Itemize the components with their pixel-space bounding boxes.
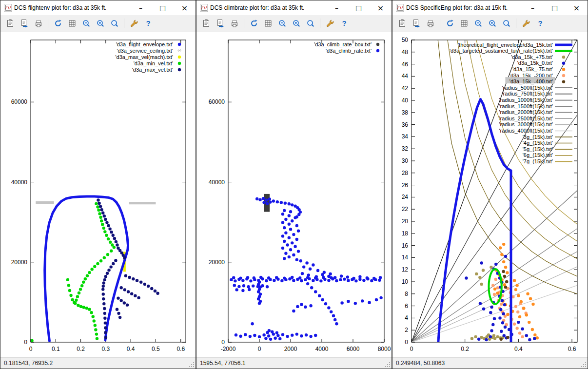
close-button[interactable]: ×	[566, 0, 588, 15]
zoom-next-button[interactable]	[486, 17, 499, 30]
zoom-region-button[interactable]	[108, 17, 121, 30]
refresh-button[interactable]	[247, 17, 260, 30]
climbrate-window: DCS climbrate plot for: d3a at 35k ft. –…	[196, 0, 392, 369]
zoom-previous-button[interactable]	[275, 17, 289, 30]
svg-text:50: 50	[402, 37, 409, 43]
copy-button[interactable]	[3, 17, 17, 30]
help-button[interactable]: ?	[533, 17, 547, 30]
zoom-region-button[interactable]	[304, 17, 317, 30]
svg-text:26: 26	[402, 182, 409, 189]
export-button[interactable]	[214, 17, 227, 30]
svg-text:'radius_750ft(15k).txt': 'radius_750ft(15k).txt'	[502, 91, 553, 97]
svg-text:0.1: 0.1	[52, 346, 60, 352]
svg-text:'radius_500ft(15k).txt': 'radius_500ft(15k).txt'	[502, 85, 553, 91]
svg-text:2: 2	[405, 327, 408, 333]
svg-text:'d3a_15k_+75.txt': 'd3a_15k_+75.txt'	[511, 54, 553, 60]
maximize-button[interactable]: □	[348, 0, 370, 15]
svg-text:'d3a_service_ceiling.txt': 'd3a_service_ceiling.txt'	[117, 48, 173, 54]
svg-text:'radius_1500ft(15k).txt': 'radius_1500ft(15k).txt'	[499, 103, 553, 109]
export-button[interactable]	[410, 17, 423, 30]
maximize-button[interactable]: □	[544, 0, 566, 15]
printer-icon	[34, 19, 43, 28]
svg-text:'d3a_15k_0.txt': 'd3a_15k_0.txt'	[517, 60, 553, 66]
zoom-next-button[interactable]	[290, 17, 303, 30]
maximize-button[interactable]: □	[152, 0, 174, 15]
svg-text:44: 44	[402, 73, 409, 79]
close-button[interactable]: ×	[174, 0, 196, 15]
cursor-coordinates: 0.181543, 76935.2	[4, 360, 53, 367]
copy-button[interactable]	[395, 17, 409, 30]
minimize-button[interactable]: –	[326, 0, 348, 15]
climbrate-plot-canvas[interactable]: -2000020004000600080000200004000060000'd…	[196, 32, 392, 357]
svg-text:6000: 6000	[347, 346, 360, 352]
flightenv-plot-canvas[interactable]: 00.10.20.30.40.50.60200004000060000'd3a_…	[0, 32, 196, 357]
zoom-previous-button[interactable]	[471, 17, 485, 30]
zoom-next-button[interactable]	[94, 17, 107, 30]
zoom-next-icon	[96, 19, 105, 28]
export-icon	[20, 19, 29, 28]
minimize-button[interactable]: –	[522, 0, 544, 15]
resize-grip[interactable]	[189, 362, 195, 368]
zoom-previous-button[interactable]	[79, 17, 93, 30]
copy-button[interactable]	[199, 17, 213, 30]
svg-text:60000: 60000	[11, 98, 28, 105]
refresh-icon	[446, 19, 454, 28]
svg-text:'4g_(15k).txt': '4g_(15k).txt'	[523, 140, 553, 146]
svg-text:'d3a_max_vel.txt': 'd3a_max_vel.txt'	[132, 67, 173, 73]
svg-text:32: 32	[402, 145, 409, 152]
help-button[interactable]: ?	[141, 17, 155, 30]
print-button[interactable]	[424, 17, 437, 30]
resize-grip[interactable]	[385, 362, 391, 368]
resize-grip[interactable]	[581, 362, 587, 368]
close-button[interactable]: ×	[370, 0, 392, 15]
svg-text:'7g_(15k).txt': '7g_(15k).txt'	[523, 158, 553, 164]
export-button[interactable]	[18, 17, 31, 30]
refresh-button[interactable]	[443, 17, 456, 30]
svg-text:0: 0	[405, 339, 408, 346]
toolbar-separator	[320, 19, 320, 28]
zoom-previous-icon	[278, 19, 287, 28]
svg-text:'d3a_min_vel.txt': 'd3a_min_vel.txt'	[134, 60, 173, 66]
caption-buttons: – □ ×	[326, 0, 392, 15]
export-icon	[216, 19, 225, 28]
config-button[interactable]	[127, 17, 140, 30]
print-button[interactable]	[32, 17, 45, 30]
print-button[interactable]	[228, 17, 241, 30]
statusbar: 1595.54, 77056.1	[196, 357, 392, 369]
config-button[interactable]	[519, 17, 532, 30]
refresh-button[interactable]	[51, 17, 64, 30]
svg-text:'radius_2500ft(15k).txt': 'radius_2500ft(15k).txt'	[499, 116, 553, 121]
help-button[interactable]: ?	[337, 17, 351, 30]
svg-text:?: ?	[146, 19, 150, 27]
svg-text:8: 8	[405, 291, 408, 297]
svg-text:34: 34	[402, 133, 409, 140]
svg-text:40: 40	[402, 97, 409, 104]
refresh-icon	[54, 19, 62, 28]
caption-buttons: – □ ×	[130, 0, 196, 15]
grid-button[interactable]	[261, 17, 274, 30]
zoom-region-icon	[110, 19, 119, 28]
svg-text:'3g_(15k).txt': '3g_(15k).txt'	[523, 134, 553, 140]
grid-button[interactable]	[65, 17, 78, 30]
svg-text:20000: 20000	[11, 259, 28, 266]
svg-text:0.4: 0.4	[514, 346, 523, 352]
config-button[interactable]	[323, 17, 336, 30]
plot-area: 00.20.40.6024681012141618202224262830323…	[392, 32, 588, 357]
svg-text:'d3a_targeted_sustained_turn_r: 'd3a_targeted_sustained_turn_rate(15k).t…	[450, 48, 553, 54]
specificeng-plot-canvas[interactable]: 00.20.40.6024681012141618202224262830323…	[392, 32, 588, 357]
gnuplot-app-icon	[4, 4, 12, 12]
grid-button[interactable]	[457, 17, 470, 30]
toolbar-separator	[516, 19, 516, 28]
minimize-button[interactable]: –	[130, 0, 152, 15]
toolbar: ?	[392, 15, 588, 32]
titlebar: DCS SpecificEng plot for: d3a at 15k ft.…	[392, 0, 588, 15]
specificeng-window: DCS SpecificEng plot for: d3a at 15k ft.…	[392, 0, 588, 369]
svg-text:20000: 20000	[209, 259, 225, 266]
cursor-coordinates: 1595.54, 77056.1	[200, 360, 245, 367]
svg-text:'d3a_max_vel(mach).txt': 'd3a_max_vel(mach).txt'	[115, 54, 173, 60]
wrench-icon	[130, 19, 138, 28]
zoom-region-button[interactable]	[500, 17, 513, 30]
svg-text:0.2: 0.2	[77, 346, 85, 352]
svg-text:'d3a_climb_rate_box.txt': 'd3a_climb_rate_box.txt'	[314, 41, 372, 47]
statusbar: 0.181543, 76935.2	[0, 357, 196, 369]
